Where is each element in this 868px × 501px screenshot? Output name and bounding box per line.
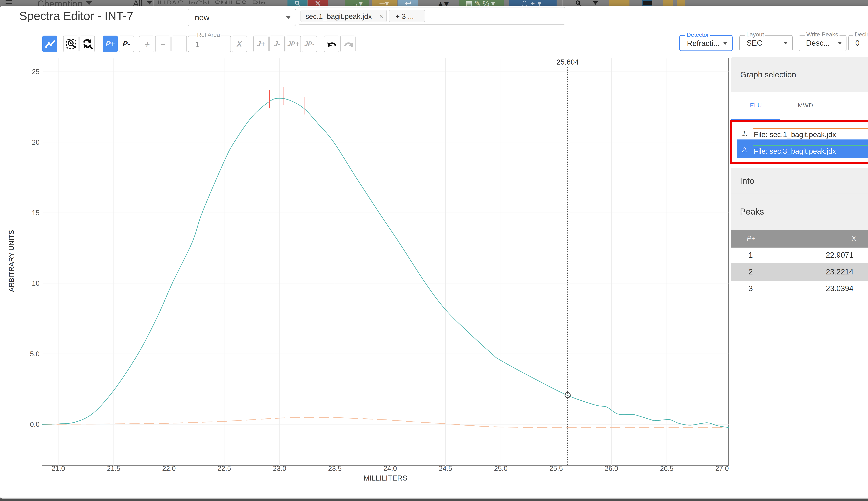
svg-text:10: 10 — [32, 279, 40, 287]
svg-text:23.0: 23.0 — [273, 465, 286, 472]
svg-text:26.5: 26.5 — [660, 465, 673, 472]
svg-text:23.5: 23.5 — [328, 465, 342, 472]
svg-text:22.5: 22.5 — [218, 465, 231, 472]
svg-text:26.0: 26.0 — [605, 465, 618, 472]
svg-text:0.0: 0.0 — [30, 420, 40, 428]
svg-text:25: 25 — [32, 68, 40, 75]
svg-text:21.5: 21.5 — [107, 465, 121, 472]
svg-text:ARBITRARY UNITS: ARBITRARY UNITS — [8, 230, 15, 292]
svg-text:15: 15 — [32, 209, 40, 216]
svg-text:22.0: 22.0 — [162, 465, 176, 472]
svg-text:21.0: 21.0 — [52, 465, 65, 472]
svg-text:MILLILITERS: MILLILITERS — [364, 474, 407, 482]
svg-text:25.0: 25.0 — [494, 465, 508, 472]
svg-text:24.5: 24.5 — [439, 465, 452, 472]
svg-text:20: 20 — [32, 138, 40, 146]
svg-text:27.0: 27.0 — [715, 465, 729, 472]
svg-text:5.0: 5.0 — [30, 350, 40, 358]
svg-text:25.5: 25.5 — [549, 465, 563, 472]
svg-text:24.0: 24.0 — [384, 465, 397, 472]
svg-text:25.604: 25.604 — [556, 58, 578, 66]
